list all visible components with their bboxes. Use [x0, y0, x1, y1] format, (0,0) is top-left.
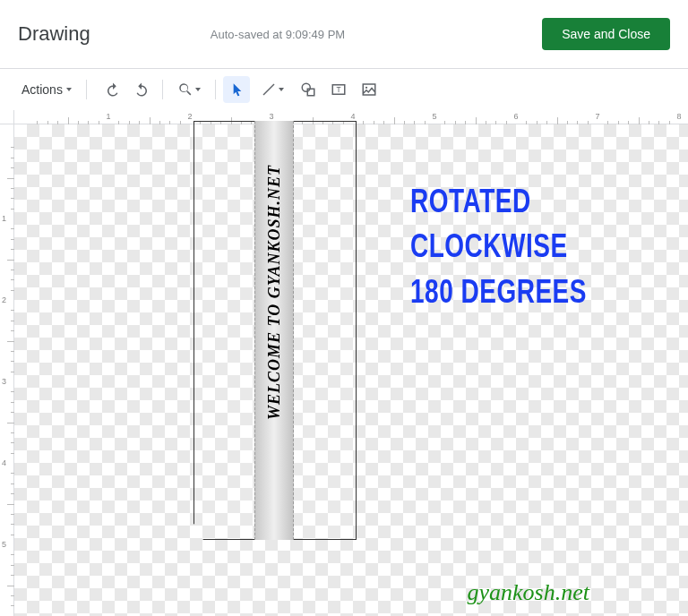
- toolbar-separator: [215, 80, 216, 99]
- blue-line-2: 180 DEGREES: [410, 270, 688, 315]
- ruler-h-label: 5: [432, 112, 436, 121]
- ruler-h-label: 7: [595, 112, 599, 121]
- caret-down-icon: [66, 88, 72, 91]
- ruler-h-label: 3: [269, 112, 273, 121]
- blue-annotation-text[interactable]: ROTATED CLOCKWISE 180 DEGREES: [410, 178, 688, 315]
- ruler-corner: [0, 110, 14, 124]
- undo-button[interactable]: [99, 76, 126, 103]
- ruler-h-label: 8: [676, 112, 681, 121]
- svg-point-5: [366, 87, 367, 89]
- ruler-v-label: 4: [2, 458, 6, 467]
- shape-tool[interactable]: [295, 76, 322, 103]
- redo-button[interactable]: [128, 76, 155, 103]
- select-tool[interactable]: [223, 76, 250, 103]
- drawing-canvas[interactable]: WELCOME TO GYANKOSH.NET ROTATED CLOCKWIS…: [14, 124, 688, 616]
- caret-down-icon: [279, 88, 284, 91]
- rotated-text-box[interactable]: WELCOME TO GYANKOSH.NET: [254, 135, 294, 449]
- ruler-v-label: 1: [2, 214, 6, 223]
- ruler-h-label: 2: [187, 112, 192, 121]
- caret-down-icon: [195, 88, 201, 91]
- undo-redo-group: [99, 76, 155, 103]
- autosave-status: Auto-saved at 9:09:49 PM: [211, 28, 345, 41]
- ruler-h-label: 1: [106, 112, 110, 121]
- dialog-title: Drawing: [18, 22, 90, 46]
- svg-text:T: T: [336, 86, 340, 94]
- svg-point-0: [302, 83, 310, 91]
- svg-rect-1: [307, 89, 314, 96]
- rotated-text-content: WELCOME TO GYANKOSH.NET: [265, 165, 284, 420]
- ruler-h-label: 6: [513, 112, 518, 121]
- toolbar-separator: [86, 80, 87, 99]
- watermark-text: gyankosh.net: [468, 579, 589, 606]
- dialog-header: Drawing Auto-saved at 9:09:49 PM Save an…: [0, 0, 688, 68]
- save-and-close-button[interactable]: Save and Close: [542, 18, 670, 50]
- line-tool[interactable]: [254, 76, 291, 103]
- textbox-tool[interactable]: T: [325, 76, 352, 103]
- ruler-v-label: 5: [2, 540, 6, 549]
- actions-label: Actions: [22, 82, 63, 97]
- toolbar-separator: [162, 80, 163, 99]
- ruler-v-label: 2: [2, 295, 6, 304]
- blue-line-1: ROTATED CLOCKWISE: [410, 178, 688, 270]
- ruler-v-label: 3: [2, 377, 6, 386]
- actions-menu[interactable]: Actions: [14, 77, 79, 102]
- canvas-area: 12345678 12345 WELCOME TO GYANKOSH.NET R…: [0, 110, 688, 616]
- toolbar: Actions T: [0, 69, 688, 110]
- image-tool[interactable]: [356, 76, 383, 103]
- vertical-ruler[interactable]: 12345: [0, 124, 14, 616]
- zoom-button[interactable]: [170, 76, 208, 103]
- ruler-h-label: 4: [350, 112, 355, 121]
